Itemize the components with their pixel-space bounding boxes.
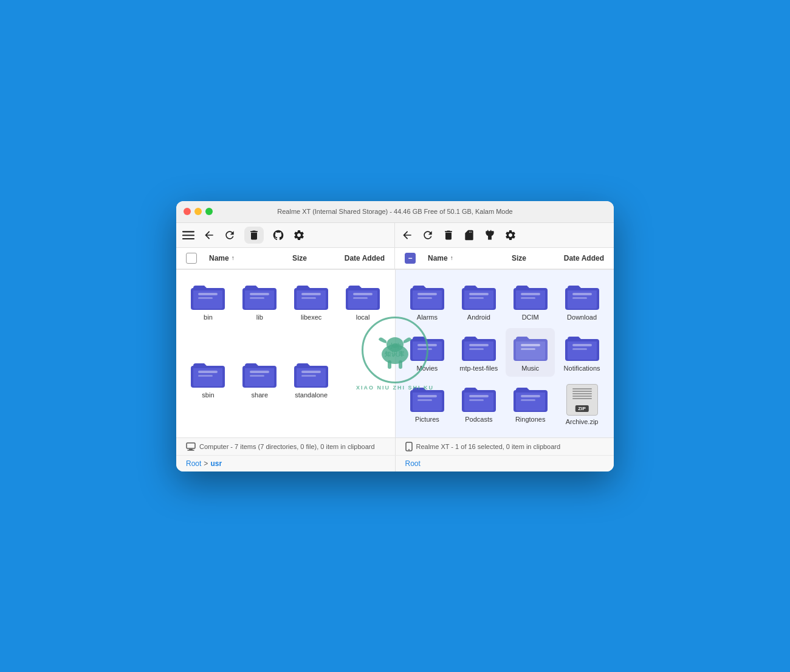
list-item[interactable]: Ringtones bbox=[506, 379, 555, 430]
size-column-header-left: Size bbox=[281, 254, 318, 262]
svg-rect-32 bbox=[469, 344, 489, 346]
svg-rect-42 bbox=[521, 395, 540, 397]
maximize-button[interactable] bbox=[205, 208, 213, 215]
refresh-icon[interactable] bbox=[224, 229, 236, 241]
file-name: share bbox=[252, 391, 269, 399]
svg-rect-12 bbox=[301, 293, 321, 295]
folder-icon bbox=[346, 282, 380, 311]
list-item[interactable]: Alarms bbox=[403, 277, 452, 326]
settings-icon-left[interactable] bbox=[293, 229, 305, 241]
svg-rect-0 bbox=[182, 231, 194, 232]
svg-rect-10 bbox=[250, 293, 269, 295]
size-column-header-right: Size bbox=[501, 254, 537, 262]
svg-rect-30 bbox=[417, 344, 437, 346]
plug-icon[interactable] bbox=[484, 229, 496, 241]
svg-rect-24 bbox=[469, 293, 489, 295]
file-name: standalone bbox=[295, 391, 328, 399]
folder-icon bbox=[462, 333, 496, 362]
list-item[interactable]: Download bbox=[557, 277, 606, 326]
list-item[interactable]: standalone bbox=[287, 355, 336, 430]
close-button[interactable] bbox=[184, 208, 191, 215]
titlebar: Realme XT (Internal Shared Storage) - 44… bbox=[176, 201, 614, 223]
file-name: Download bbox=[567, 314, 597, 321]
select-all-checkbox-right[interactable]: − bbox=[405, 253, 416, 264]
left-files-grid: bin lib bbox=[176, 270, 395, 437]
name-column-header-right: Name ↑ bbox=[428, 254, 489, 262]
file-name: Podcasts bbox=[465, 416, 492, 423]
svg-point-48 bbox=[408, 449, 410, 450]
list-item[interactable]: mtp-test-files bbox=[454, 328, 503, 377]
list-item[interactable]: Music bbox=[506, 328, 555, 377]
svg-rect-37 bbox=[572, 348, 587, 350]
file-name: Archive.zip bbox=[566, 418, 599, 425]
back-icon-right[interactable] bbox=[401, 229, 413, 241]
breadcrumb-root-left[interactable]: Root bbox=[186, 459, 201, 468]
list-item[interactable]: Android bbox=[454, 277, 503, 326]
folder-icon bbox=[410, 384, 444, 413]
window-title: Realme XT (Internal Shared Storage) - 44… bbox=[277, 208, 512, 215]
list-item[interactable]: Pictures bbox=[403, 379, 452, 430]
breadcrumb-left: Root > usr bbox=[176, 456, 396, 471]
svg-rect-27 bbox=[521, 297, 535, 299]
select-all-checkbox[interactable] bbox=[186, 253, 197, 264]
svg-rect-28 bbox=[572, 293, 592, 295]
svg-rect-1 bbox=[182, 235, 194, 236]
list-item[interactable]: libexec bbox=[287, 277, 336, 352]
back-icon[interactable] bbox=[203, 229, 215, 241]
svg-rect-2 bbox=[182, 238, 194, 239]
svg-rect-18 bbox=[250, 371, 269, 373]
folder-icon bbox=[514, 384, 548, 413]
list-item[interactable]: DCIM bbox=[506, 277, 555, 326]
minimize-button[interactable] bbox=[194, 208, 202, 215]
status-right-text: Realme XT - 1 of 16 selected, 0 item in … bbox=[416, 443, 561, 450]
sdcard-icon[interactable] bbox=[463, 229, 475, 241]
list-item[interactable]: bin bbox=[184, 277, 233, 352]
file-name: sbin bbox=[202, 391, 214, 399]
file-name: Android bbox=[467, 314, 490, 321]
status-right: Realme XT - 1 of 16 selected, 0 item in … bbox=[396, 438, 614, 455]
folder-icon bbox=[462, 384, 496, 413]
github-icon[interactable] bbox=[272, 229, 284, 241]
status-bar: Computer - 7 items (7 directories, 0 fil… bbox=[176, 437, 614, 455]
file-name: lib bbox=[256, 314, 263, 321]
folder-icon bbox=[294, 360, 328, 389]
content-area: 小牛知识库 XIAO NIU ZHI SHI KU bin bbox=[176, 270, 614, 437]
folder-icon bbox=[294, 282, 328, 311]
file-name: bin bbox=[204, 314, 213, 321]
folder-icon bbox=[410, 282, 444, 311]
refresh-icon-right[interactable] bbox=[422, 229, 434, 241]
breadcrumb-current-left[interactable]: usr bbox=[210, 459, 222, 468]
svg-rect-15 bbox=[353, 297, 368, 299]
svg-rect-33 bbox=[469, 348, 484, 350]
traffic-lights bbox=[184, 208, 213, 215]
folder-icon bbox=[191, 360, 225, 389]
list-item[interactable]: ZIP Archive.zip bbox=[557, 379, 606, 430]
svg-rect-36 bbox=[572, 344, 592, 346]
svg-rect-29 bbox=[572, 297, 587, 299]
delete-icon[interactable] bbox=[244, 227, 264, 244]
list-item[interactable]: Podcasts bbox=[454, 379, 503, 430]
list-item[interactable]: share bbox=[235, 355, 284, 430]
file-name: Music bbox=[521, 365, 539, 372]
svg-rect-25 bbox=[469, 297, 484, 299]
svg-rect-23 bbox=[417, 297, 432, 299]
file-name: mtp-test-files bbox=[459, 365, 498, 372]
folder-icon bbox=[565, 333, 599, 362]
zip-badge: ZIP bbox=[575, 405, 588, 412]
settings-icon-right[interactable] bbox=[504, 229, 517, 241]
breadcrumb-root-right[interactable]: Root bbox=[405, 459, 421, 468]
menu-icon[interactable] bbox=[182, 229, 194, 241]
right-files-grid: Alarms Android bbox=[396, 270, 614, 437]
list-item[interactable]: Notifications bbox=[557, 328, 606, 377]
list-item[interactable]: sbin bbox=[184, 355, 233, 430]
folder-icon bbox=[514, 333, 548, 362]
folder-icon bbox=[242, 282, 276, 311]
file-name: Pictures bbox=[415, 416, 439, 423]
svg-rect-14 bbox=[353, 293, 373, 295]
list-item[interactable]: lib bbox=[235, 277, 284, 352]
svg-rect-20 bbox=[301, 371, 321, 373]
list-item[interactable]: local bbox=[338, 277, 388, 352]
delete-icon-right[interactable] bbox=[442, 229, 455, 241]
file-name: DCIM bbox=[522, 314, 539, 321]
list-item[interactable]: Movies bbox=[403, 328, 452, 377]
